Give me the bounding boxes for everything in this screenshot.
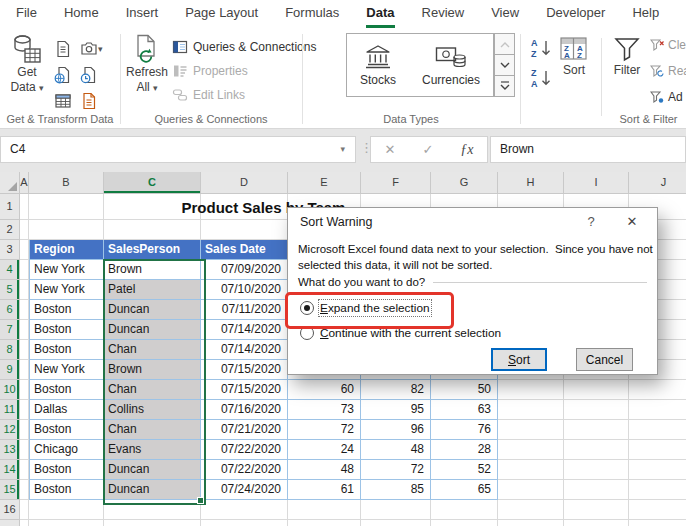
cell-C11[interactable]: Collins [104, 400, 201, 420]
cell-A11[interactable] [20, 400, 29, 420]
cell-B7[interactable]: Boston [29, 320, 104, 340]
cell-A2[interactable] [20, 220, 29, 240]
cell-B1[interactable] [29, 194, 104, 220]
cell-I16[interactable] [564, 500, 629, 520]
cell-A14[interactable] [20, 460, 29, 480]
cell-C13[interactable]: Evans [104, 440, 201, 460]
dialog-close-button[interactable]: ✕ [623, 214, 641, 229]
tab-insert[interactable]: Insert [126, 0, 159, 28]
cell-E16[interactable] [288, 500, 361, 520]
cell-H11[interactable] [498, 400, 564, 420]
row-header-2[interactable]: 2 [0, 220, 20, 240]
dialog-help-button[interactable]: ? [583, 214, 599, 229]
cell-I10[interactable] [564, 380, 629, 400]
cell-J14[interactable] [629, 460, 686, 480]
get-data-button[interactable]: Get Data ▾ [4, 34, 50, 95]
selection-fill-handle[interactable] [197, 497, 204, 504]
row-header-7[interactable]: 7 [0, 320, 20, 340]
cell-I15[interactable] [564, 480, 629, 500]
cell-D10[interactable]: 07/15/2020 [201, 380, 288, 400]
row-header-15[interactable]: 15 [0, 480, 20, 500]
reapply-filter-button[interactable]: Rea [650, 64, 686, 78]
cell-B15[interactable]: Boston [29, 480, 104, 500]
cell-A12[interactable] [20, 420, 29, 440]
radio-selected-icon[interactable] [300, 301, 314, 315]
cell-E17[interactable] [288, 520, 361, 526]
cell-B12[interactable]: Boston [29, 420, 104, 440]
cell-B11[interactable]: Dallas [29, 400, 104, 420]
insert-function-icon[interactable]: ƒx [460, 142, 473, 158]
column-header-H[interactable]: H [498, 172, 564, 194]
cell-A16[interactable] [20, 500, 29, 520]
cell-H12[interactable] [498, 420, 564, 440]
advanced-filter-button[interactable]: Ad [650, 90, 683, 104]
cell-I14[interactable] [564, 460, 629, 480]
cell-A5[interactable] [20, 280, 29, 300]
existing-connections-button[interactable] [80, 88, 106, 114]
cell-B9[interactable]: New York [29, 360, 104, 380]
row-header-1[interactable]: 1 [0, 194, 20, 220]
column-header-A[interactable]: A [20, 172, 29, 194]
cell-D6[interactable]: 07/11/2020 [201, 300, 288, 320]
cell-H14[interactable] [498, 460, 564, 480]
cell-H10[interactable] [498, 380, 564, 400]
cell-D17[interactable] [201, 520, 288, 526]
column-header-F[interactable]: F [361, 172, 431, 194]
cell-J16[interactable] [629, 500, 686, 520]
gallery-more-button[interactable] [494, 76, 515, 97]
cell-C4[interactable]: Brown [104, 260, 201, 280]
column-header-B[interactable]: B [29, 172, 104, 194]
row-header-10[interactable]: 10 [0, 380, 20, 400]
row-header-5[interactable]: 5 [0, 280, 20, 300]
tab-formulas[interactable]: Formulas [285, 0, 339, 28]
enter-icon[interactable]: ✓ [422, 142, 433, 157]
cell-F10[interactable]: 82 [361, 380, 431, 400]
cell-H15[interactable] [498, 480, 564, 500]
cell-A13[interactable] [20, 440, 29, 460]
cell-B5[interactable]: New York [29, 280, 104, 300]
from-table-range-button[interactable] [54, 88, 80, 114]
cell-G17[interactable] [431, 520, 498, 526]
cell-D3[interactable]: Sales Date [201, 240, 288, 260]
cell-C9[interactable]: Brown [104, 360, 201, 380]
cell-I12[interactable] [564, 420, 629, 440]
name-box[interactable]: C4 ▾ [0, 136, 356, 163]
queries-connections-button[interactable]: Queries & Connections [172, 36, 316, 58]
name-box-dropdown-icon[interactable]: ▾ [340, 137, 345, 162]
cell-F17[interactable] [361, 520, 431, 526]
cell-C6[interactable]: Duncan [104, 300, 201, 320]
row-header-3[interactable]: 3 [0, 240, 20, 260]
cell-A17[interactable] [20, 520, 29, 526]
properties-button[interactable]: Properties [172, 60, 248, 82]
cell-B16[interactable] [29, 500, 104, 520]
cell-B2[interactable] [29, 220, 104, 240]
column-header-D[interactable]: D [201, 172, 288, 194]
column-header-C[interactable]: C [104, 172, 201, 194]
cell-C5[interactable]: Patel [104, 280, 201, 300]
recent-sources-button[interactable] [80, 62, 106, 88]
cell-A10[interactable] [20, 380, 29, 400]
cell-A3[interactable] [20, 240, 29, 260]
cell-F13[interactable]: 48 [361, 440, 431, 460]
cell-C16[interactable] [104, 500, 201, 520]
cell-E14[interactable]: 48 [288, 460, 361, 480]
column-header-J[interactable]: J [629, 172, 686, 194]
cell-F15[interactable]: 85 [361, 480, 431, 500]
row-header-6[interactable]: 6 [0, 300, 20, 320]
filter-button[interactable]: Filter [604, 36, 650, 77]
from-picture-button[interactable]: ▾ [80, 36, 106, 62]
cell-G10[interactable]: 50 [431, 380, 498, 400]
cell-A15[interactable] [20, 480, 29, 500]
cell-D16[interactable] [201, 500, 288, 520]
cell-A6[interactable] [20, 300, 29, 320]
cell-J10[interactable] [629, 380, 686, 400]
formula-input[interactable]: Brown [490, 136, 686, 163]
clear-filter-button[interactable]: Cle [650, 38, 686, 52]
tab-home[interactable]: Home [64, 0, 99, 28]
row-header-12[interactable]: 12 [0, 420, 20, 440]
row-header-8[interactable]: 8 [0, 340, 20, 360]
column-header-G[interactable]: G [431, 172, 498, 194]
tab-developer[interactable]: Developer [546, 0, 605, 28]
radio-continue-selection[interactable]: Continue with the current selection [300, 326, 501, 340]
cell-A4[interactable] [20, 260, 29, 280]
